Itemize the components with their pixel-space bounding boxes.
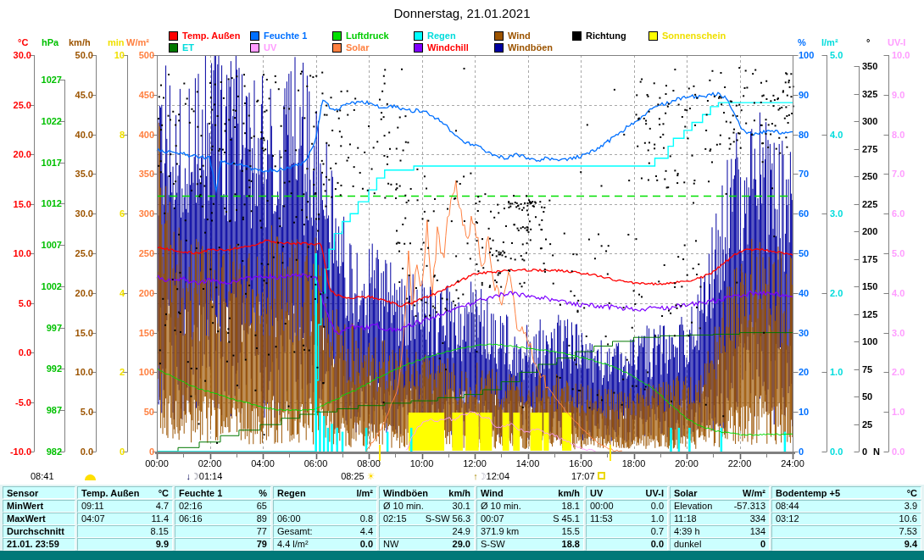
table-cell: 04:0711.4 bbox=[77, 513, 173, 525]
temp-axis-tick: 0.0 bbox=[19, 348, 31, 357]
uv-axis-tick: 1.0 bbox=[892, 408, 905, 416]
solar-axis-tick: 450 bbox=[139, 91, 154, 99]
legend-label-uv: UV bbox=[264, 42, 276, 53]
temp-axis-tick: -5.0 bbox=[15, 398, 31, 407]
solar-axis-tick: 300 bbox=[139, 209, 154, 218]
uv-axis-tick: 9.0 bbox=[892, 91, 905, 99]
temp-axis-tick: 20.0 bbox=[14, 150, 31, 158]
x-tick-label: 04:00 bbox=[251, 458, 275, 469]
direction-axis-tick: 125 bbox=[862, 310, 877, 319]
legend-item-luftdruck: Luftdruck bbox=[332, 30, 389, 41]
moonset-marker: ↓☽01:14 bbox=[186, 471, 222, 482]
x-tick-label: 24:00 bbox=[781, 458, 804, 469]
temp-aussen-swatch bbox=[169, 31, 178, 41]
table-cell: 4.4 l/m²0.0 bbox=[273, 538, 377, 551]
windspeed-axis-tick: 5.0 bbox=[81, 408, 93, 416]
rain-axis-tick: 5.0 bbox=[830, 51, 843, 59]
direction-axis-tick: 300 bbox=[862, 117, 877, 125]
solar-axis-tick: 100 bbox=[139, 368, 154, 376]
table-cell: 24.9 bbox=[379, 525, 475, 538]
windboeen-swatch bbox=[494, 43, 504, 53]
table-row-label: MinWert bbox=[3, 500, 75, 513]
legend-item-et: ET bbox=[169, 42, 194, 53]
direction-axis-tick: 350 bbox=[862, 62, 877, 70]
legend-label-luftdruck: Luftdruck bbox=[346, 30, 389, 41]
uv-axis-tick: 2.0 bbox=[892, 368, 905, 376]
table-cell: 4:39 h134 bbox=[670, 525, 770, 538]
pressure-axis-tick: 1002 bbox=[42, 282, 62, 291]
temp-axis-tick: 15.0 bbox=[14, 200, 31, 208]
dawn-time: 08:41 bbox=[31, 471, 54, 481]
direction-axis-tick: 275 bbox=[862, 145, 877, 153]
sunshine-axis-tick: 2 bbox=[120, 368, 125, 376]
solar-axis-tick: 0 bbox=[149, 447, 154, 456]
sunshine-axis-unit: min bbox=[108, 37, 125, 47]
table-cell: 09:114.7 bbox=[77, 500, 173, 513]
humidity-axis-tick: 60 bbox=[799, 209, 809, 218]
uv-axis-tick: 8.0 bbox=[892, 130, 905, 139]
legend-item-windboeen: Windböen bbox=[494, 42, 553, 53]
table-cell: dunkel0 bbox=[670, 538, 770, 551]
moonset-icon: ↓☽ bbox=[186, 471, 198, 481]
humidity-axis-tick: 90 bbox=[799, 91, 809, 99]
legend-item-temp-aussen: Temp. Außen bbox=[169, 30, 240, 41]
table-col-header: Windböenkm/h bbox=[379, 486, 475, 499]
moonrise-icon: ↑☽ bbox=[473, 471, 486, 481]
table-row-label: Durchschnitt bbox=[3, 525, 75, 538]
uv-axis-tick: 6.0 bbox=[892, 209, 905, 218]
moonrise-marker: ↑☽12:04 bbox=[473, 471, 509, 482]
uv-axis-tick: 10.0 bbox=[892, 51, 910, 59]
table-cell bbox=[273, 500, 377, 513]
table-cell: 02:15S-SW 56.3 bbox=[379, 513, 475, 525]
legend-item-feuchte-1: Feuchte 1 bbox=[250, 30, 307, 41]
x-tick-label: 06:00 bbox=[304, 458, 328, 469]
table-cell: 79 bbox=[175, 538, 271, 551]
solar-axis-tick: 400 bbox=[139, 130, 154, 139]
sunshine-axis-tick: 8 bbox=[120, 130, 125, 139]
humidity-axis-unit: % bbox=[798, 37, 806, 47]
sunset-marker: 17:07 bbox=[571, 471, 605, 481]
table-cell: S-SW18.8 bbox=[476, 538, 584, 551]
rain-axis-tick: 3.0 bbox=[830, 209, 843, 218]
pressure-axis-tick: 987 bbox=[47, 406, 62, 414]
temp-axis-tick: 25.0 bbox=[14, 101, 31, 109]
solar-axis-tick: 250 bbox=[139, 249, 154, 258]
solar-axis-tick: 200 bbox=[139, 289, 154, 297]
legend-label-windchill: Windchill bbox=[427, 42, 469, 53]
direction-axis-tick: 25 bbox=[862, 420, 872, 429]
windspeed-axis-tick: 0.0 bbox=[81, 447, 93, 456]
windspeed-axis-tick: 10.0 bbox=[75, 368, 93, 376]
sunshine-axis-tick: 6 bbox=[120, 209, 125, 218]
table-cell: 06:1689 bbox=[175, 513, 271, 525]
sunshine-axis-tick: 10 bbox=[114, 51, 125, 59]
direction-axis-unit: ° bbox=[866, 37, 870, 47]
temp-axis-tick: 10.0 bbox=[14, 249, 31, 258]
uv-swatch bbox=[250, 43, 259, 53]
legend-label-temp-aussen: Temp. Außen bbox=[182, 30, 240, 41]
sunset-marker-time: 17:07 bbox=[571, 471, 598, 481]
legend-label-windboeen: Windböen bbox=[508, 42, 553, 53]
legend-item-richtung: Richtung bbox=[572, 30, 626, 41]
rain-axis-tick: 4.0 bbox=[830, 130, 843, 139]
table-col-header: Windkm/h bbox=[476, 486, 584, 499]
uv-axis-tick: 7.0 bbox=[892, 169, 905, 178]
pressure-axis-tick: 1012 bbox=[42, 199, 62, 208]
x-tick-label: 02:00 bbox=[198, 458, 222, 469]
table-cell: 08:443.9 bbox=[771, 500, 921, 513]
direction-axis-tick: 100 bbox=[862, 337, 877, 346]
pressure-axis-tick: 1022 bbox=[42, 117, 62, 125]
table-cell: Ø 10 min.30.1 bbox=[379, 500, 475, 513]
sunrise-marker: 08:25 ☀ bbox=[341, 471, 375, 482]
legend-item-solar: Solar bbox=[332, 42, 370, 53]
dawn-time-label: 08:41 bbox=[31, 471, 54, 481]
legend-item-windchill: Windchill bbox=[414, 42, 469, 53]
rain-axis-tick: 1.0 bbox=[830, 368, 843, 376]
legend-item-uv: UV bbox=[250, 42, 276, 53]
table-cell: NW29.0 bbox=[379, 538, 475, 551]
solar-axis-tick: 350 bbox=[139, 169, 154, 178]
direction-axis-tick: 75 bbox=[862, 365, 872, 374]
et-swatch bbox=[169, 43, 178, 53]
legend-label-regen: Regen bbox=[427, 30, 456, 41]
temp-axis-tick: 5.0 bbox=[19, 299, 31, 308]
solar-swatch bbox=[332, 43, 342, 53]
